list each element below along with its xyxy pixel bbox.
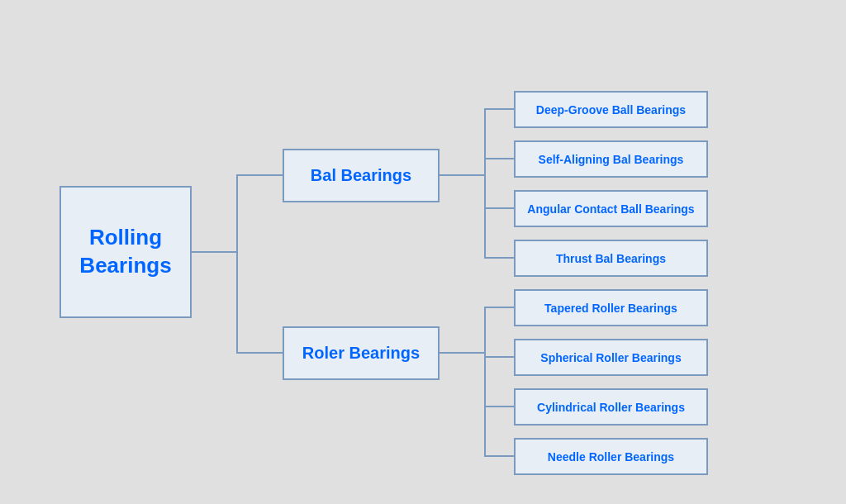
leaf-angular-contact-label: Angular Contact Ball Bearings <box>527 202 694 216</box>
leaf-tapered: Tapered Roller Bearings <box>514 289 708 326</box>
mid-node-bal: Bal Bearings <box>283 149 440 202</box>
leaf-spherical-label: Spherical Roller Bearings <box>540 351 681 364</box>
leaf-deep-groove-label: Deep-Groove Ball Bearings <box>536 103 686 116</box>
leaf-thrust-bal-label: Thrust Bal Bearings <box>556 252 666 265</box>
leaf-needle: Needle Roller Bearings <box>514 438 708 475</box>
leaf-needle-label: Needle Roller Bearings <box>548 450 674 464</box>
leaf-cylindrical-label: Cylindrical Roller Bearings <box>537 401 685 414</box>
mid-rol-label: Roler Bearings <box>302 344 420 363</box>
leaf-spherical: Spherical Roller Bearings <box>514 339 708 376</box>
leaf-cylindrical: Cylindrical Roller Bearings <box>514 388 708 426</box>
diagram-container: RollingBearings Bal Bearings Roler Beari… <box>26 17 820 487</box>
leaf-thrust-bal: Thrust Bal Bearings <box>514 240 708 277</box>
leaf-self-aligning-label: Self-Aligning Bal Bearings <box>539 153 684 166</box>
leaf-angular-contact: Angular Contact Ball Bearings <box>514 190 708 227</box>
mid-node-rol: Roler Bearings <box>283 326 440 380</box>
leaf-deep-groove: Deep-Groove Ball Bearings <box>514 91 708 128</box>
root-node: RollingBearings <box>59 186 192 318</box>
leaf-tapered-label: Tapered Roller Bearings <box>544 302 677 315</box>
mid-bal-label: Bal Bearings <box>311 166 411 185</box>
leaf-self-aligning: Self-Aligning Bal Bearings <box>514 140 708 178</box>
root-label: RollingBearings <box>79 224 171 280</box>
